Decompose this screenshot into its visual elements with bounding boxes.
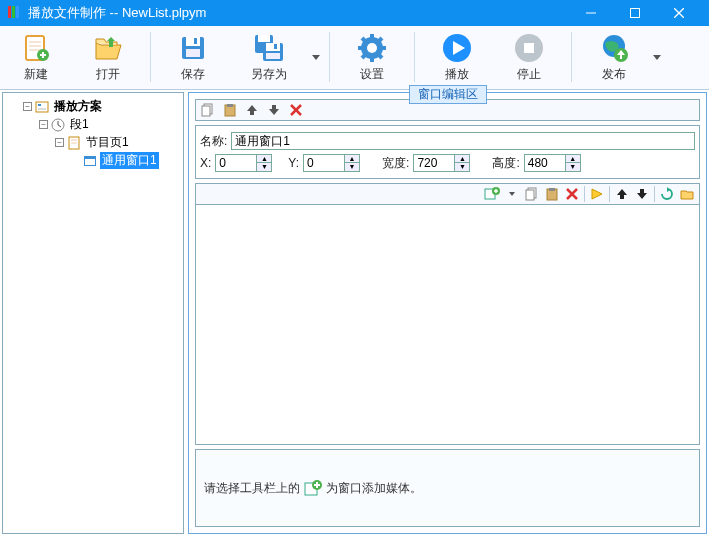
close-button[interactable] — [657, 0, 701, 26]
svg-line-30 — [362, 54, 366, 58]
copy-icon[interactable] — [200, 102, 216, 118]
width-spinner[interactable]: ▲▼ — [455, 154, 470, 172]
open-label: 打开 — [96, 66, 120, 83]
width-label: 宽度: — [382, 155, 409, 172]
play-label: 播放 — [445, 66, 469, 83]
svg-line-29 — [378, 38, 382, 42]
save-label: 保存 — [181, 66, 205, 83]
name-input[interactable] — [231, 132, 695, 150]
svg-line-27 — [362, 38, 366, 42]
publish-button[interactable]: 发布 — [582, 30, 646, 85]
folder-icon[interactable] — [679, 186, 695, 202]
svg-rect-48 — [202, 106, 210, 116]
move-down-icon[interactable] — [634, 186, 650, 202]
toolbar-separator — [571, 32, 572, 82]
play-button[interactable]: 播放 — [425, 30, 489, 85]
svg-rect-38 — [38, 108, 46, 110]
name-label: 名称: — [200, 133, 227, 150]
collapse-toggle[interactable]: − — [55, 138, 64, 147]
svg-rect-18 — [266, 43, 280, 51]
stop-icon — [513, 32, 545, 64]
publish-icon — [598, 32, 630, 64]
svg-rect-58 — [526, 190, 534, 200]
delete-icon[interactable] — [564, 186, 580, 202]
width-input[interactable] — [413, 154, 455, 172]
document-name: NewList.plpym — [122, 5, 207, 20]
svg-rect-19 — [274, 44, 277, 49]
maximize-button[interactable] — [613, 0, 657, 26]
refresh-icon[interactable] — [659, 186, 675, 202]
svg-rect-37 — [38, 104, 41, 106]
stop-button[interactable]: 停止 — [497, 30, 561, 85]
publish-dropdown[interactable] — [650, 30, 664, 84]
hint-text-before: 请选择工具栏上的 — [204, 480, 300, 497]
height-spinner[interactable]: ▲▼ — [566, 154, 581, 172]
move-up-icon[interactable] — [244, 102, 260, 118]
separator — [609, 186, 610, 202]
collapse-toggle[interactable]: − — [39, 120, 48, 129]
title-bar: 播放文件制作 -- NewList.plpym — [0, 0, 709, 26]
media-list-area[interactable] — [195, 205, 700, 445]
toolbar-separator — [150, 32, 151, 82]
tree-page[interactable]: − 节目页1 — [55, 134, 179, 151]
settings-button[interactable]: 设置 — [340, 30, 404, 85]
svg-rect-60 — [549, 188, 555, 191]
x-input[interactable] — [215, 154, 257, 172]
tree-window-label: 通用窗口1 — [100, 152, 159, 169]
app-name: 播放文件制作 — [28, 5, 106, 20]
move-up-icon[interactable] — [614, 186, 630, 202]
collapse-toggle[interactable]: − — [23, 102, 32, 111]
paste-icon[interactable] — [544, 186, 560, 202]
svg-rect-33 — [524, 43, 534, 53]
publish-label: 发布 — [602, 66, 626, 83]
svg-rect-13 — [194, 38, 197, 44]
save-button[interactable]: 保存 — [161, 30, 225, 85]
scheme-icon — [35, 100, 49, 114]
settings-icon — [356, 32, 388, 64]
svg-rect-46 — [85, 159, 95, 165]
media-toolbar — [195, 183, 700, 205]
y-input[interactable] — [303, 154, 345, 172]
tree-root-label: 播放方案 — [52, 98, 104, 115]
separator — [584, 186, 585, 202]
tree-window[interactable]: 通用窗口1 — [71, 152, 179, 169]
save-as-label: 另存为 — [251, 66, 287, 83]
tree-segment-label: 段1 — [68, 116, 91, 133]
svg-rect-16 — [258, 35, 270, 42]
x-label: X: — [200, 156, 211, 170]
main-toolbar: 新建 打开 保存 另存为 设置 播放 — [0, 26, 709, 90]
save-as-button[interactable]: 另存为 — [233, 30, 305, 85]
save-as-icon — [253, 32, 285, 64]
tree-page-label: 节目页1 — [84, 134, 131, 151]
open-button[interactable]: 打开 — [76, 30, 140, 85]
preview-icon[interactable] — [589, 186, 605, 202]
tree-segment[interactable]: − 段1 — [39, 116, 179, 133]
add-media-hint-icon — [304, 479, 322, 497]
paste-icon[interactable] — [222, 102, 238, 118]
minimize-button[interactable] — [569, 0, 613, 26]
toolbar-separator — [414, 32, 415, 82]
stop-label: 停止 — [517, 66, 541, 83]
open-icon — [92, 32, 124, 64]
x-spinner[interactable]: ▲▼ — [257, 154, 272, 172]
add-media-icon[interactable] — [484, 186, 500, 202]
delete-icon[interactable] — [288, 102, 304, 118]
window-title: 播放文件制作 -- NewList.plpym — [28, 4, 569, 22]
app-icon — [8, 6, 22, 20]
height-input[interactable] — [524, 154, 566, 172]
separator — [654, 186, 655, 202]
tree-pane: − 播放方案 − 段1 − — [2, 92, 184, 534]
tree-root[interactable]: − 播放方案 — [23, 98, 179, 115]
svg-rect-20 — [266, 53, 280, 59]
move-down-icon[interactable] — [266, 102, 282, 118]
window-icon — [83, 154, 97, 168]
group-title: 窗口编辑区 — [409, 85, 487, 104]
save-as-dropdown[interactable] — [309, 30, 323, 84]
new-button[interactable]: 新建 — [4, 30, 68, 85]
hint-box: 请选择工具栏上的 为窗口添加媒体。 — [195, 449, 700, 527]
svg-point-22 — [367, 43, 377, 53]
add-media-dropdown-icon[interactable] — [504, 186, 520, 202]
y-spinner[interactable]: ▲▼ — [345, 154, 360, 172]
copy-icon[interactable] — [524, 186, 540, 202]
window-properties-form: 名称: X: ▲▼ Y: ▲▼ 宽度: — [195, 125, 700, 179]
